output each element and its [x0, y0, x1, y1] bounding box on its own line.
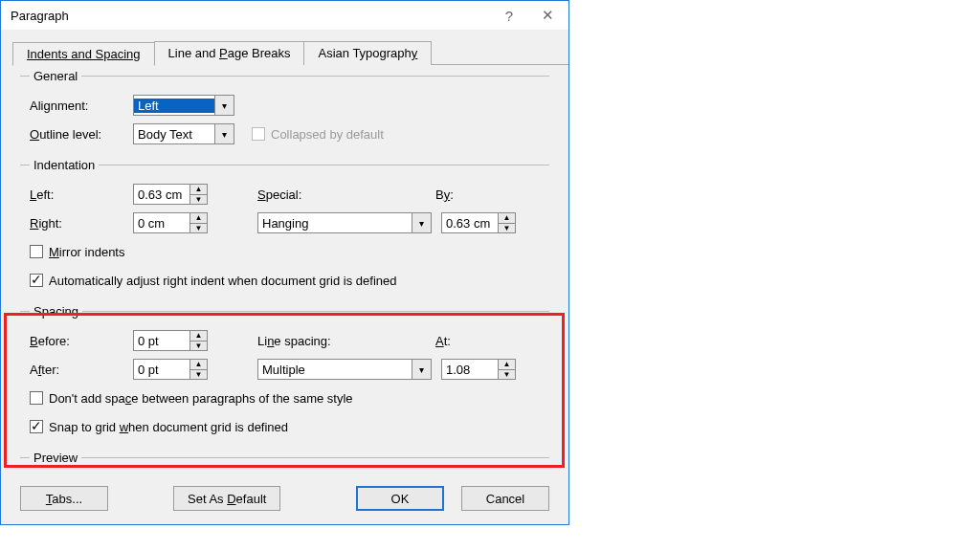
tab-asian-typography[interactable]: Asian Typography	[303, 41, 432, 65]
label-indent-left: Left:	[30, 187, 133, 202]
help-button[interactable]: ?	[490, 8, 528, 24]
group-spacing: Spacing Before: 0 pt ▲▼ Line spacing: At…	[20, 304, 549, 447]
spinner-up-icon[interactable]: ▲	[190, 213, 207, 224]
by-spinner[interactable]: 0.63 cm ▲▼	[441, 212, 516, 233]
spinner-up-icon[interactable]: ▲	[499, 213, 515, 224]
set-as-default-button[interactable]: Set As Default	[173, 486, 280, 511]
after-spinner[interactable]: 0 pt ▲▼	[133, 359, 208, 380]
spinner-up-icon[interactable]: ▲	[190, 331, 207, 342]
group-general: General Alignment: Left ▾ Outline level:…	[20, 69, 549, 154]
chevron-down-icon: ▾	[412, 213, 431, 232]
auto-adjust-checkbox[interactable]	[30, 274, 43, 287]
label-before: Before:	[30, 334, 133, 348]
button-bar: Tabs... Set As Default OK Cancel	[1, 476, 568, 524]
line-spacing-combobox[interactable]: Multiple ▾	[257, 359, 432, 380]
spinner-up-icon[interactable]: ▲	[190, 360, 207, 370]
paragraph-dialog: Paragraph ? ✕ Indents and Spacing Line a…	[0, 0, 569, 525]
titlebar: Paragraph ? ✕	[1, 1, 568, 30]
legend-indentation: Indentation	[30, 158, 99, 172]
ok-button[interactable]: OK	[356, 486, 444, 511]
before-spinner[interactable]: 0 pt ▲▼	[133, 330, 208, 351]
spinner-down-icon[interactable]: ▼	[190, 195, 207, 205]
indent-right-spinner[interactable]: 0 cm ▲▼	[133, 212, 208, 233]
special-combobox[interactable]: Hanging ▾	[257, 212, 432, 233]
close-button[interactable]: ✕	[528, 7, 567, 24]
spinner-down-icon[interactable]: ▼	[499, 224, 515, 233]
cancel-button[interactable]: Cancel	[461, 486, 549, 511]
spinner-up-icon[interactable]: ▲	[499, 360, 515, 370]
snap-to-grid-checkbox[interactable]	[30, 420, 43, 433]
at-spinner[interactable]: 1.08 ▲▼	[441, 359, 516, 380]
legend-general: General	[30, 69, 81, 83]
label-outline-level: Outline level:	[30, 127, 133, 142]
label-line-spacing: Line spacing:	[257, 334, 435, 348]
label-by: By:	[435, 187, 454, 202]
label-collapsed: Collapsed by default	[271, 127, 384, 142]
tab-line-page-breaks[interactable]: Line and Page Breaks	[154, 41, 305, 65]
tabs-button[interactable]: Tabs...	[20, 486, 108, 511]
spinner-down-icon[interactable]: ▼	[190, 224, 207, 233]
label-mirror-indents: Mirror indents	[49, 245, 124, 259]
mirror-indents-checkbox[interactable]	[30, 245, 43, 258]
label-special: Special:	[257, 187, 435, 202]
indent-left-spinner[interactable]: 0.63 cm ▲▼	[133, 184, 208, 205]
tab-indents-spacing[interactable]: Indents and Spacing	[12, 42, 155, 66]
dialog-title: Paragraph	[11, 9, 490, 23]
label-at: At:	[435, 334, 451, 348]
label-after: After:	[30, 363, 133, 377]
legend-spacing: Spacing	[30, 304, 82, 319]
group-preview: Preview	[20, 451, 549, 473]
spinner-up-icon[interactable]: ▲	[190, 185, 207, 195]
label-indent-right: Right:	[30, 216, 133, 231]
spinner-down-icon[interactable]: ▼	[499, 370, 515, 380]
spinner-down-icon[interactable]: ▼	[190, 342, 207, 351]
outline-level-combobox[interactable]: Body Text ▾	[133, 123, 234, 144]
tab-strip: Indents and Spacing Line and Page Breaks…	[12, 41, 568, 65]
dont-add-space-checkbox[interactable]	[30, 391, 43, 405]
label-auto-adjust: Automatically adjust right indent when d…	[49, 274, 397, 288]
label-alignment: Alignment:	[30, 99, 133, 113]
label-dont-add-space: Don't add space between paragraphs of th…	[49, 391, 353, 406]
chevron-down-icon: ▾	[412, 360, 431, 379]
alignment-combobox[interactable]: Left ▾	[133, 95, 234, 116]
label-snap-to-grid: Snap to grid when document grid is defin…	[49, 420, 288, 434]
collapsed-checkbox	[252, 127, 265, 141]
group-indentation: Indentation Left: 0.63 cm ▲▼ Special: By…	[20, 158, 549, 300]
chevron-down-icon: ▾	[214, 96, 234, 115]
spinner-down-icon[interactable]: ▼	[190, 370, 207, 380]
legend-preview: Preview	[30, 451, 81, 465]
chevron-down-icon: ▾	[214, 124, 234, 143]
